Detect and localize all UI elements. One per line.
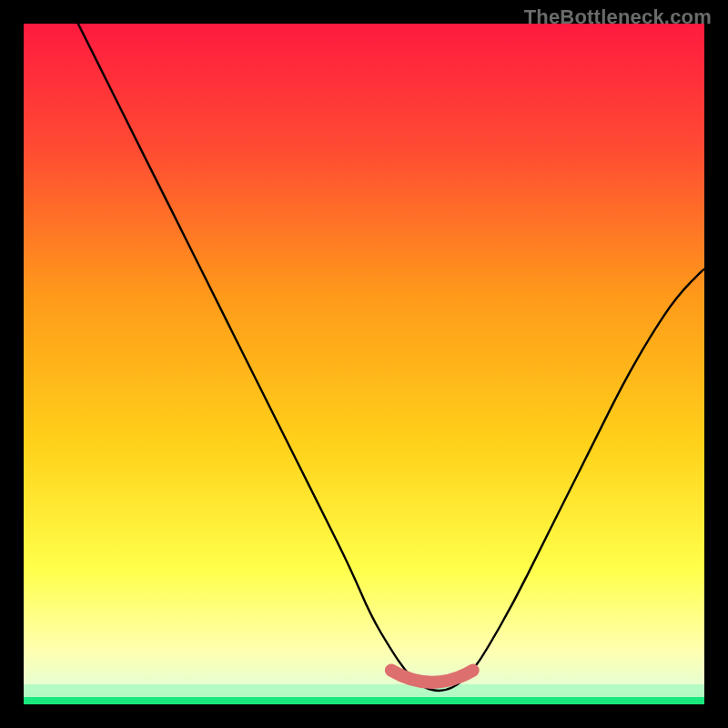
chart-frame: TheBottleneck.com bbox=[0, 0, 728, 728]
chart-svg bbox=[24, 24, 704, 704]
watermark-text: TheBottleneck.com bbox=[524, 5, 712, 29]
chart-bottom-fade bbox=[24, 684, 704, 697]
chart-plot-area bbox=[24, 24, 704, 704]
chart-bottom-strip bbox=[24, 697, 704, 704]
